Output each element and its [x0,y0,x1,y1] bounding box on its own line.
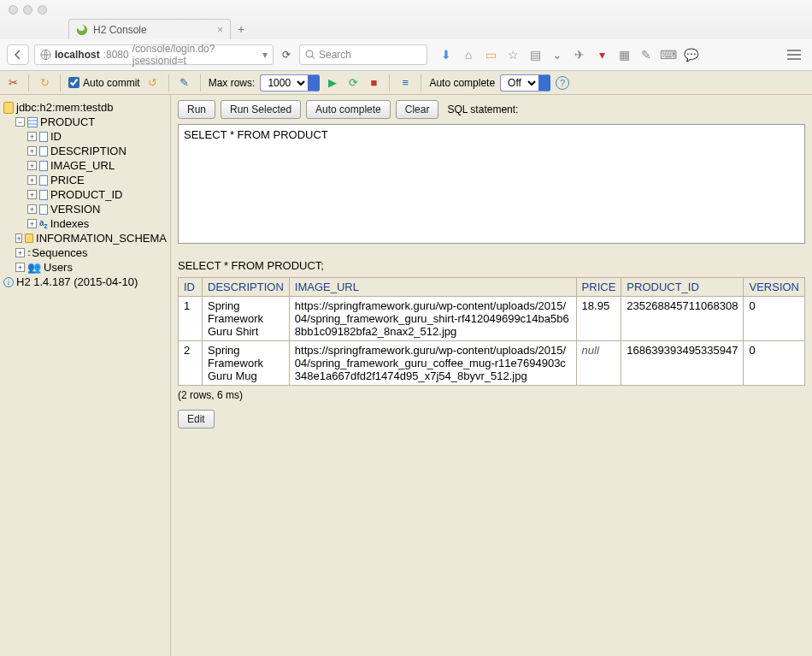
column-icon [39,161,48,171]
expand-icon[interactable]: + [27,161,37,170]
table-header-row: ID DESCRIPTION IMAGE_URL PRICE PRODUCT_I… [179,278,805,297]
connection-label: jdbc:h2:mem:testdb [16,101,113,114]
run-selected-button[interactable]: Run Selected [221,100,301,119]
cell-price: null [576,341,621,386]
home-icon[interactable]: ⌂ [462,48,475,62]
folder-icon [25,233,33,243]
col-header-price[interactable]: PRICE [576,278,621,297]
send-icon[interactable]: ✈ [573,48,586,62]
grid-icon[interactable]: ▦ [617,48,631,62]
brush-icon[interactable]: ✎ [639,48,653,62]
menu-button[interactable] [783,45,805,64]
tree-table-product[interactable]: − PRODUCT [3,115,167,129]
expand-icon[interactable]: + [15,248,25,257]
url-port: :8080 [103,49,129,61]
rollback-icon[interactable]: ✎ [177,75,192,91]
run-button[interactable]: Run [178,100,215,119]
result-table: ID DESCRIPTION IMAGE_URL PRICE PRODUCT_I… [178,277,805,386]
sql-input[interactable] [178,124,805,244]
collapse-icon[interactable]: − [15,117,25,127]
col-label: DESCRIPTION [50,145,127,157]
folder-icon[interactable]: ▭ [484,48,497,62]
auto-complete-select[interactable]: Off [500,74,550,92]
col-header-description[interactable]: DESCRIPTION [203,278,290,297]
url-host: localhost [55,49,100,61]
tree-indexes[interactable]: +azIndexes [3,216,167,231]
new-tab-button[interactable]: + [231,19,251,39]
help-icon[interactable]: ? [556,76,569,90]
sql-button-row: Run Run Selected Auto complete Clear SQL… [171,95,812,124]
tree-col-description[interactable]: +DESCRIPTION [3,144,167,158]
version-label: H2 1.4.187 (2015-04-10) [16,275,138,288]
tree-col-product-id[interactable]: +PRODUCT_ID [3,187,167,202]
keyboard-icon[interactable]: ⌨ [662,48,675,62]
chat-icon[interactable]: 💬 [684,48,697,62]
tree-col-image-url[interactable]: +IMAGE_URL [3,158,167,173]
history-icon[interactable]: ≡ [397,75,413,91]
auto-commit-input[interactable] [68,77,79,88]
users-label: Users [44,261,73,274]
tree-sequences[interactable]: +:::Sequences [3,245,167,260]
clear-button[interactable]: Clear [396,100,439,119]
col-label: PRICE [50,174,85,186]
search-input[interactable]: Search [299,44,427,65]
search-placeholder: Search [319,49,351,61]
run-selected-icon[interactable]: ⟳ [345,75,361,91]
stop-icon[interactable]: ■ [366,75,381,91]
expand-icon[interactable]: + [27,190,37,199]
expand-icon[interactable]: + [15,233,22,243]
table-label: PRODUCT [40,115,95,128]
col-header-image-url[interactable]: IMAGE_URL [289,278,576,297]
list-icon[interactable]: ▤ [528,48,542,62]
cell-description: Spring Framework Guru Mug [203,341,290,386]
url-input[interactable]: localhost:8080/console/login.do?jsession… [34,44,274,65]
tree-users[interactable]: +👥Users [3,260,167,275]
tree-col-price[interactable]: +PRICE [3,173,167,187]
expand-icon[interactable]: + [27,219,37,228]
close-window-icon[interactable] [9,5,18,15]
tab-close-icon[interactable]: × [217,24,223,36]
max-rows-select[interactable]: 1000 [260,74,320,92]
tree-col-id[interactable]: +ID [3,129,167,144]
expand-icon[interactable]: + [27,175,37,185]
minimize-window-icon[interactable] [23,5,32,15]
column-icon [39,204,48,215]
refresh-icon[interactable]: ↻ [37,75,52,91]
h2-toolbar: ✂ ↻ Auto commit ↺ ✎ Max rows: 1000 ▶ ⟳ ■… [0,71,812,95]
run-icon[interactable]: ▶ [325,75,340,91]
commit-icon[interactable]: ↺ [145,75,161,91]
pocket-icon[interactable]: ⌄ [550,48,564,62]
info-schema-label: INFORMATION_SCHEMA [36,232,167,245]
back-button[interactable] [7,44,29,65]
tree-info-schema[interactable]: +INFORMATION_SCHEMA [3,231,167,245]
expand-icon[interactable]: + [27,132,37,141]
cell-price: 18.95 [576,297,621,341]
expand-icon[interactable]: + [27,204,37,214]
auto-complete-button[interactable]: Auto complete [306,100,391,119]
col-header-product-id[interactable]: PRODUCT_ID [621,278,744,297]
expand-icon[interactable]: + [15,263,25,272]
table-row[interactable]: 2 Spring Framework Guru Mug https://spri… [179,341,805,386]
browser-tab[interactable]: H2 Console × [68,19,231,39]
url-dropdown-icon[interactable]: ▾ [262,49,268,61]
reload-button[interactable]: ⟳ [279,49,294,61]
disconnect-icon[interactable]: ✂ [5,75,21,91]
window-controls [0,0,812,17]
expand-icon[interactable]: + [27,146,37,156]
download-icon[interactable]: ⬇ [439,48,453,62]
auto-commit-checkbox[interactable]: Auto commit [68,77,140,89]
pdf-icon[interactable]: ▾ [595,48,609,62]
star-icon[interactable]: ☆ [506,48,520,62]
db-connection[interactable]: jdbc:h2:mem:testdb [3,100,167,115]
table-row[interactable]: 1 Spring Framework Guru Shirt https://sp… [179,297,805,341]
maximize-window-icon[interactable] [38,5,47,15]
cell-image-url: https://springframework.guru/wp-content/… [289,341,576,386]
col-header-id[interactable]: ID [179,278,203,297]
col-header-version[interactable]: VERSION [744,278,805,297]
edit-button[interactable]: Edit [178,410,215,428]
svg-rect-2 [28,117,38,127]
arrow-left-icon [13,50,23,60]
separator [168,74,169,92]
address-bar-row: localhost:8080/console/login.do?jsession… [0,39,812,70]
tree-col-version[interactable]: +VERSION [3,202,167,216]
